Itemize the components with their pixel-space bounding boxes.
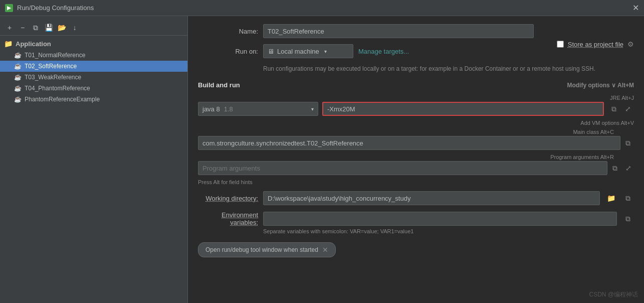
store-as-project-row: Store as project file ⚙ <box>557 40 634 48</box>
vm-copy-icon[interactable]: ⧉ <box>608 103 620 115</box>
vm-options-input[interactable] <box>322 102 604 116</box>
close-button[interactable]: ✕ <box>632 4 639 12</box>
title-bar: ▶ Run/Debug Configurations ✕ <box>0 0 644 16</box>
vm-row-icons: ⧉ ⤢ <box>608 103 634 115</box>
java-version-gray: 1.8 <box>224 105 233 113</box>
class-icon-phantom: ☕ <box>14 96 22 103</box>
tree-section-label: Application <box>16 40 51 48</box>
env-vars-row: Environment variables: ⧉ <box>198 211 634 226</box>
java-version-label: java 8 <box>202 105 220 113</box>
app-icon: ▶ <box>5 4 13 12</box>
class-icon-t04: ☕ <box>14 85 22 92</box>
tree-item-label-t02: T02_SoftReference <box>25 63 77 70</box>
open-tool-window-button[interactable]: Open run/debug tool window when started … <box>198 242 336 257</box>
info-text: Run configurations may be executed local… <box>263 64 634 73</box>
name-input[interactable] <box>263 24 534 38</box>
tree-item-t04[interactable]: ☕ T04_PhantomReference <box>0 83 187 94</box>
jre-hint: JRE Alt+J <box>610 95 634 101</box>
add-vm-row: Add VM options Alt+V <box>198 120 634 126</box>
jre-vm-container: JRE Alt+J java 8 1.8 ▾ ⧉ ⤢ <box>198 95 634 116</box>
chevron-down-icon: ▾ <box>324 49 327 54</box>
main-class-copy-icon[interactable]: ⧉ <box>622 137 634 149</box>
move-config-button[interactable]: ↓ <box>69 22 80 33</box>
class-icon-t03: ☕ <box>14 74 22 81</box>
prog-args-hint: Program arguments Alt+R <box>550 154 614 160</box>
store-as-project-label: Store as project file <box>568 41 623 48</box>
folder-icon: 📁 <box>4 40 13 48</box>
run-on-label: Run on: <box>198 48 258 55</box>
main-class-container: Main class Alt+C ⧉ <box>198 129 634 150</box>
tree-item-t02[interactable]: ☕ T02_SoftReference <box>0 61 187 72</box>
prog-args-container: Program arguments Alt+R ⧉ ⤢ <box>198 154 634 175</box>
working-dir-input[interactable] <box>263 191 600 205</box>
working-dir-browse-icon[interactable]: 📁 <box>605 192 617 204</box>
tree-item-label-t04: T04_PhantomReference <box>25 85 90 92</box>
env-hint: Separate variables with semicolon: VAR=v… <box>263 228 634 234</box>
watermark: CSDN @编程神话 <box>589 290 638 299</box>
main-class-input[interactable] <box>198 136 620 150</box>
store-as-project-checkbox[interactable] <box>557 41 564 48</box>
local-machine-icon: 🖥 <box>268 48 274 55</box>
manage-targets-link[interactable]: Manage targets... <box>358 48 409 55</box>
modify-options-button[interactable]: Modify options ∨ Alt+M <box>567 82 634 89</box>
working-dir-copy-icon[interactable]: ⧉ <box>622 192 634 204</box>
env-vars-copy-icon[interactable]: ⧉ <box>622 213 634 225</box>
vm-expand-icon[interactable]: ⤢ <box>622 103 634 115</box>
add-config-button[interactable]: + <box>4 22 15 33</box>
name-label: Name: <box>198 28 258 35</box>
save-config-button[interactable]: 💾 <box>43 22 54 33</box>
build-run-section: Build and run Modify options ∨ Alt+M <box>198 81 634 89</box>
program-args-input[interactable] <box>198 161 607 175</box>
tree-item-label-t01: T01_NormalReference <box>25 52 85 59</box>
right-panel-wrapper: Name: Run on: 🖥 Local machine ▾ Manage t… <box>188 16 644 303</box>
name-row: Name: <box>198 24 634 38</box>
tree-item-t03[interactable]: ☕ T03_WeakReference <box>0 72 187 83</box>
copy-config-button[interactable]: ⧉ <box>30 22 41 33</box>
dialog-title: Run/Debug Configurations <box>17 4 94 12</box>
env-vars-label: Environment variables: <box>198 211 258 226</box>
press-alt-hint: Press Alt for field hints <box>198 179 634 185</box>
tree-section-application[interactable]: 📁 Application <box>0 38 187 50</box>
local-machine-label: Local machine <box>277 48 319 55</box>
main-class-row: ⧉ <box>198 136 634 150</box>
open-tool-window-label: Open run/debug tool window when started <box>205 246 318 253</box>
run-on-dropdown[interactable]: 🖥 Local machine ▾ <box>263 44 353 58</box>
chevron-java-icon: ▾ <box>311 106 314 112</box>
tree-item-phantom[interactable]: ☕ PhantomReferenceExample <box>0 94 187 105</box>
folder-config-button[interactable]: 📂 <box>56 22 67 33</box>
working-dir-label: Working directory: <box>198 195 258 202</box>
left-toolbar: + − ⧉ 💾 📂 ↓ <box>0 20 187 36</box>
prog-args-row: ⧉ ⤢ <box>198 161 634 175</box>
prog-args-copy-icon[interactable]: ⧉ <box>609 162 621 174</box>
open-tool-close-icon[interactable]: ✕ <box>322 246 328 254</box>
class-icon-t01: ☕ <box>14 52 22 59</box>
tree-item-label-t03: T03_WeakReference <box>25 74 81 81</box>
main-container: + − ⧉ 💾 📂 ↓ 📁 Application ☕ T01_NormalRe… <box>0 16 644 303</box>
env-vars-input[interactable] <box>263 212 617 226</box>
remove-config-button[interactable]: − <box>17 22 28 33</box>
tree-item-t01[interactable]: ☕ T01_NormalReference <box>0 50 187 61</box>
build-row: java 8 1.8 ▾ ⧉ ⤢ <box>198 102 634 116</box>
tree-item-label-phantom: PhantomReferenceExample <box>25 96 100 103</box>
bottom-bar: Open run/debug tool window when started … <box>198 242 634 257</box>
main-class-hint: Main class Alt+C <box>573 129 614 135</box>
gear-icon[interactable]: ⚙ <box>627 40 634 48</box>
add-vm-options-button[interactable]: Add VM options Alt+V <box>580 120 634 126</box>
class-icon-t02: ☕ <box>14 63 22 70</box>
prog-args-expand-icon[interactable]: ⤢ <box>622 162 634 174</box>
working-dir-row: Working directory: 📁 ⧉ <box>198 191 634 205</box>
java-dropdown[interactable]: java 8 1.8 ▾ <box>198 102 318 116</box>
left-panel: + − ⧉ 💾 📂 ↓ 📁 Application ☕ T01_NormalRe… <box>0 16 188 303</box>
right-panel: Name: Run on: 🖥 Local machine ▾ Manage t… <box>188 16 644 265</box>
build-run-label: Build and run <box>198 81 240 89</box>
